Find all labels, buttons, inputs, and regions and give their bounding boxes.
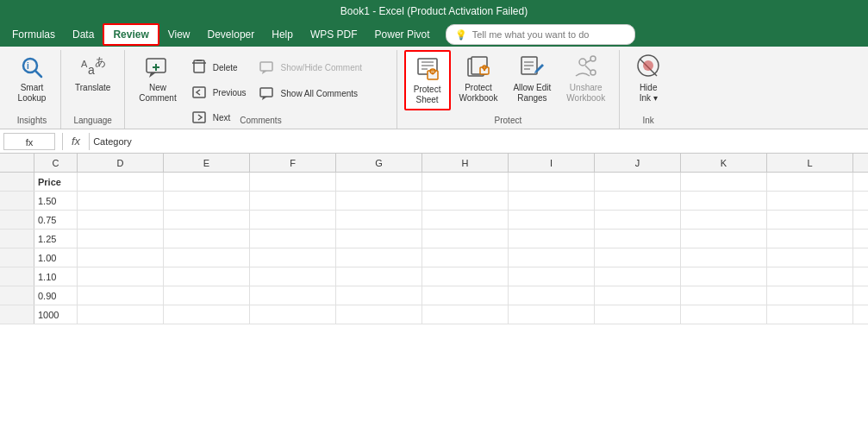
cell-d4[interactable] <box>78 230 164 248</box>
cell-h1[interactable] <box>422 173 509 191</box>
col-header-d[interactable]: D <box>78 154 164 172</box>
cell-k7[interactable] <box>681 286 767 305</box>
cell-c1[interactable]: Price <box>34 173 78 191</box>
cell-g1[interactable] <box>336 173 422 191</box>
cell-i3[interactable] <box>509 211 595 229</box>
cell-d5[interactable] <box>78 248 164 267</box>
cell-d2[interactable] <box>78 192 164 210</box>
menu-item-review[interactable]: Review <box>103 23 159 46</box>
menu-item-formulas[interactable]: Formulas <box>3 25 64 44</box>
col-header-g[interactable]: G <box>336 154 422 172</box>
menu-item-wps-pdf[interactable]: WPS PDF <box>302 25 366 44</box>
cell-h6[interactable] <box>422 267 509 286</box>
cell-g5[interactable] <box>336 248 422 267</box>
cell-k5[interactable] <box>681 248 767 267</box>
cell-k6[interactable] <box>681 267 767 286</box>
menu-item-developer[interactable]: Developer <box>199 25 264 44</box>
cell-c7[interactable]: 0.90 <box>34 286 78 305</box>
cell-e1[interactable] <box>164 173 250 191</box>
cell-k4[interactable] <box>681 230 767 248</box>
cell-d3[interactable] <box>78 211 164 229</box>
cell-i1[interactable] <box>509 173 595 191</box>
cell-e2[interactable] <box>164 192 250 210</box>
cell-g3[interactable] <box>336 211 422 229</box>
cell-f8[interactable] <box>250 305 336 324</box>
smart-lookup-button[interactable]: i SmartLookup <box>10 50 53 107</box>
previous-button[interactable]: Previous <box>184 80 252 104</box>
cell-l4[interactable] <box>767 230 853 248</box>
unshare-workbook-button[interactable]: UnshareWorkbook <box>559 50 612 107</box>
tell-me-input[interactable]: 💡 Tell me what you want to do <box>446 24 635 45</box>
cell-k1[interactable] <box>681 173 767 191</box>
cell-c3[interactable]: 0.75 <box>34 211 78 229</box>
cell-c6[interactable]: 1.10 <box>34 267 78 286</box>
cell-l6[interactable] <box>767 267 853 286</box>
cell-h7[interactable] <box>422 286 509 305</box>
col-header-f[interactable]: F <box>250 154 336 172</box>
cell-l8[interactable] <box>767 305 853 324</box>
menu-item-power-pivot[interactable]: Power Pivot <box>366 25 439 44</box>
cell-g8[interactable] <box>336 305 422 324</box>
cell-i7[interactable] <box>509 286 595 305</box>
cell-i5[interactable] <box>509 248 595 267</box>
col-header-h[interactable]: H <box>422 154 509 172</box>
cell-j7[interactable] <box>595 286 681 305</box>
cell-k3[interactable] <box>681 211 767 229</box>
cell-j6[interactable] <box>595 267 681 286</box>
cell-f3[interactable] <box>250 211 336 229</box>
cell-f6[interactable] <box>250 267 336 286</box>
col-header-i[interactable]: I <box>509 154 595 172</box>
cell-e7[interactable] <box>164 286 250 305</box>
cell-e5[interactable] <box>164 248 250 267</box>
cell-c2[interactable]: 1.50 <box>34 192 78 210</box>
hide-ink-button[interactable]: HideInk ▾ <box>627 50 670 107</box>
cell-g4[interactable] <box>336 230 422 248</box>
cell-g6[interactable] <box>336 267 422 286</box>
cell-e3[interactable] <box>164 211 250 229</box>
protect-sheet-button[interactable]: ProtectSheet <box>404 50 451 110</box>
cell-j2[interactable] <box>595 192 681 210</box>
cell-j5[interactable] <box>595 248 681 267</box>
allow-edit-ranges-button[interactable]: Allow EditRanges <box>506 50 558 107</box>
cell-f5[interactable] <box>250 248 336 267</box>
cell-c8[interactable]: 1000 <box>34 305 78 324</box>
col-header-l[interactable]: L <box>767 154 853 172</box>
cell-l1[interactable] <box>767 173 853 191</box>
cell-e4[interactable] <box>164 230 250 248</box>
show-hide-comment-button[interactable]: Show/Hide Comment <box>252 55 390 79</box>
col-header-j[interactable]: J <box>595 154 681 172</box>
cell-g2[interactable] <box>336 192 422 210</box>
cell-e8[interactable] <box>164 305 250 324</box>
cell-j3[interactable] <box>595 211 681 229</box>
col-header-e[interactable]: E <box>164 154 250 172</box>
cell-i8[interactable] <box>509 305 595 324</box>
cell-h3[interactable] <box>422 211 509 229</box>
cell-k2[interactable] <box>681 192 767 210</box>
cell-f7[interactable] <box>250 286 336 305</box>
cell-f1[interactable] <box>250 173 336 191</box>
cell-l3[interactable] <box>767 211 853 229</box>
cell-d7[interactable] <box>78 286 164 305</box>
cell-j4[interactable] <box>595 230 681 248</box>
cell-k8[interactable] <box>681 305 767 324</box>
cell-i2[interactable] <box>509 192 595 210</box>
cell-d6[interactable] <box>78 267 164 286</box>
cell-l2[interactable] <box>767 192 853 210</box>
cell-g7[interactable] <box>336 286 422 305</box>
cell-e6[interactable] <box>164 267 250 286</box>
menu-item-help[interactable]: Help <box>263 25 302 44</box>
cell-h8[interactable] <box>422 305 509 324</box>
cell-d1[interactable] <box>78 173 164 191</box>
protect-workbook-button[interactable]: ProtectWorkbook <box>453 50 505 107</box>
cell-i6[interactable] <box>509 267 595 286</box>
cell-j8[interactable] <box>595 305 681 324</box>
col-header-k[interactable]: K <box>681 154 767 172</box>
cell-c4[interactable]: 1.25 <box>34 230 78 248</box>
show-all-comments-button[interactable]: Show All Comments <box>252 81 390 105</box>
cell-h4[interactable] <box>422 230 509 248</box>
cell-reference-box[interactable]: fx <box>3 133 55 150</box>
menu-item-view[interactable]: View <box>159 25 199 44</box>
delete-button[interactable]: Delete <box>184 55 252 79</box>
menu-item-data[interactable]: Data <box>64 25 103 44</box>
col-header-c[interactable]: C <box>34 154 78 172</box>
